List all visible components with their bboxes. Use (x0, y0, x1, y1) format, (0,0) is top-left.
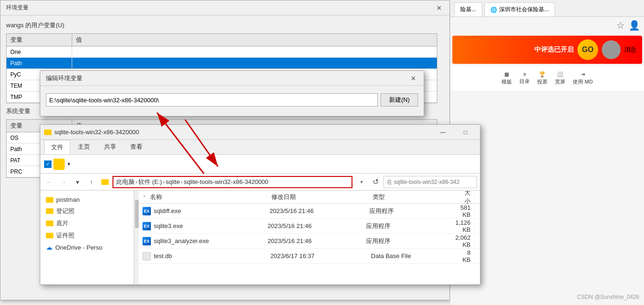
message-btn[interactable]: 消息 (624, 46, 637, 54)
toolbar-btn-kuanping[interactable]: ⬜ 宽屏 (555, 71, 565, 85)
file-name-cell: EX sqlite3.exe (142, 222, 268, 230)
browser-tabs-row: 险基... 🌐 深圳市社会保险基... (450, 0, 644, 17)
separator-3: › (181, 179, 183, 185)
back-btn[interactable]: ← (43, 176, 55, 188)
explorer-sidebar: postman 登记照 底片 证件照 ☁ OneDrive - Perso (40, 191, 134, 284)
toolbar-btn-toupiao[interactable]: 🏆 投票 (537, 71, 547, 85)
banner-text: 中评选已开启 (534, 46, 574, 54)
file-item-sqlite3[interactable]: EX sqlite3.exe 2023/5/16 21:46 应用程序 1,12… (139, 219, 480, 234)
table-row[interactable]: Path (7, 58, 437, 69)
file-item-sqlite3-analyzer[interactable]: EX sqlite3_analyzer.exe 2023/5/16 21:46 … (139, 234, 480, 249)
csdn-banner: 中评选已开启 GO 消息 (452, 36, 642, 64)
file-item-sqldiff[interactable]: EX sqldiff.exe 2023/5/16 21:46 应用程序 581 … (139, 204, 480, 219)
toolbar-btn-usemd[interactable]: ⇥ 使用 MD (573, 71, 592, 85)
col-header-date[interactable]: 修改日期 (271, 193, 373, 201)
edit-env-close-btn[interactable]: ✕ (409, 74, 418, 83)
folder-icon (46, 221, 53, 226)
edit-env-titlebar: 编辑环境变量 ✕ (40, 71, 424, 86)
search-input[interactable] (383, 176, 477, 188)
table-row[interactable]: One (7, 46, 437, 58)
forward-btn[interactable]: → (57, 176, 69, 188)
toolbar-icon-3: ⬜ (557, 71, 563, 77)
file-size: 581 KB (460, 204, 476, 218)
explorer-content: postman 登记照 底片 证件照 ☁ OneDrive - Perso (40, 191, 480, 284)
header-val: 值 (72, 34, 437, 46)
sidebar-label: 证件照 (56, 231, 75, 240)
file-item-testdb[interactable]: test.db 2023/6/17 16:37 Data Base File 8… (139, 249, 480, 264)
file-name: test.db (154, 252, 172, 259)
explorer-sidebar-container: postman 登记照 底片 证件照 ☁ OneDrive - Perso (40, 191, 139, 284)
check-icon[interactable]: ✓ (44, 160, 52, 168)
header-var: 变量 (7, 34, 72, 46)
val-cell (72, 46, 437, 57)
browser-tab-1[interactable]: 险基... (454, 2, 482, 16)
minimize-btn[interactable]: — (432, 125, 454, 140)
explorer-titlebar: sqlite-tools-win32-x86-3420000 — □ (40, 125, 480, 140)
sidebar-item-dipian[interactable]: 底片 (40, 217, 134, 229)
sort-icon: ⌃ (142, 195, 146, 200)
up-btn[interactable]: ↑ (85, 176, 97, 188)
col-header-type[interactable]: 类型 (373, 193, 464, 201)
go-label: GO (582, 46, 594, 54)
path-input[interactable] (46, 93, 378, 107)
nav-dropdown-btn[interactable]: ▾ (71, 176, 83, 188)
breadcrumb-computer: 此电脑 (116, 178, 135, 186)
file-type: Data Base File (371, 252, 463, 259)
sidebar-item-zhengjianjiao[interactable]: 证件照 (40, 229, 134, 242)
explorer-title: sqlite-tools-win32-x86-3420000 (44, 129, 139, 136)
sidebar-item-postman[interactable]: postman (40, 194, 134, 205)
breadcrumb-drive: 软件 (E:) (138, 178, 162, 186)
edit-env-dialog: 编辑环境变量 ✕ 新建(N) (40, 70, 424, 116)
var-cell: Path (7, 58, 72, 69)
col-header-size[interactable]: 大小 (464, 191, 476, 206)
ribbon-tab-home[interactable]: 主页 (71, 140, 97, 154)
sidebar-label: postman (56, 196, 80, 203)
bookmark-icon[interactable]: ☆ (616, 20, 625, 31)
toolbar-icon-2: 🏆 (539, 71, 546, 77)
ribbon-folder-btn[interactable] (53, 159, 65, 170)
sidebar-item-dengjizhao[interactable]: 登记照 (40, 205, 134, 217)
file-list-header: ⌃ 名称 修改日期 类型 大小 (139, 191, 480, 204)
sidebar-label: 底片 (56, 219, 68, 228)
toolbar-btn-mooban[interactable]: ▦ 模版 (502, 71, 512, 85)
toolbar-icon-0: ▦ (504, 71, 509, 77)
file-type: 应用程序 (366, 222, 456, 230)
toolbar-label-3: 宽屏 (555, 78, 565, 85)
exe-icon: EX (142, 237, 151, 245)
ribbon-tab-view[interactable]: 查看 (124, 140, 149, 154)
explorer-win-buttons: — □ (432, 125, 476, 140)
path-input-row: 新建(N) (46, 93, 418, 107)
tab-label-2: 深圳市社会保险基... (499, 6, 549, 14)
file-type: 应用程序 (369, 207, 460, 215)
env-vars-titlebar: 环境变量 ✕ (0, 0, 449, 15)
col-header-name[interactable]: ⌃ 名称 (142, 193, 271, 201)
toolbar-btn-mulu[interactable]: ≡ 目录 (519, 71, 530, 85)
notification-badge (634, 45, 637, 48)
maximize-btn[interactable]: □ (455, 125, 476, 140)
user-table-header: 变量 值 (7, 34, 437, 46)
val-cell (72, 58, 437, 69)
file-name: sqlite3_analyzer.exe (154, 237, 209, 244)
user-icon[interactable]: 👤 (629, 20, 640, 31)
breadcrumb-current: sqlite-tools-win32-x86-3420000 (184, 178, 269, 185)
scroll-thumb (135, 200, 139, 228)
avatar (602, 40, 621, 59)
env-vars-close-btn[interactable]: ✕ (434, 3, 444, 13)
ribbon-dropdown-arrow[interactable]: ▼ (67, 161, 71, 167)
ribbon-tab-share[interactable]: 共享 (97, 140, 123, 154)
edit-env-body: 新建(N) (40, 86, 424, 116)
exe-icon: EX (142, 207, 151, 215)
sidebar-item-onedrive[interactable]: ☁ OneDrive - Perso (40, 242, 134, 253)
sidebar-scrollbar[interactable] (134, 191, 139, 284)
address-dropdown-btn[interactable]: ▾ (355, 176, 367, 188)
ribbon-tab-file[interactable]: 文件 (44, 140, 70, 154)
col-name-label: 名称 (150, 193, 162, 200)
file-name-cell: EX sqldiff.exe (142, 207, 270, 215)
address-bar[interactable]: 此电脑 › 软件 (E:) › sqlite › sqlite-tools-wi… (112, 176, 352, 188)
new-button[interactable]: 新建(N) (381, 93, 418, 107)
go-button[interactable]: GO (577, 39, 598, 60)
browser-tab-2[interactable]: 🌐 深圳市社会保险基... (484, 2, 555, 16)
env-vars-title: 环境变量 (6, 4, 29, 12)
sidebar-label: 登记照 (56, 207, 75, 215)
refresh-btn[interactable]: ↺ (369, 176, 382, 188)
